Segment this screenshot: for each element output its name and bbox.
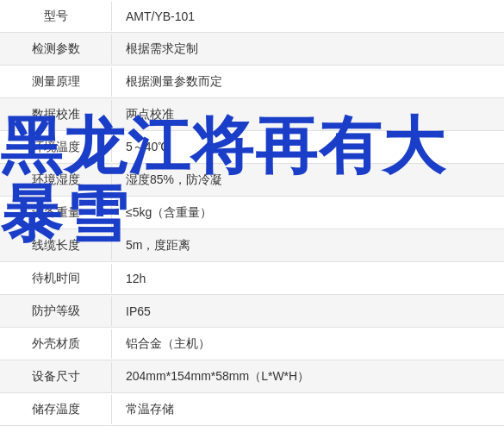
table-row: 设备尺寸204mm*154mm*58mm（L*W*H） xyxy=(0,360,504,393)
cell-value: ≤5kg（含重量） xyxy=(112,198,504,228)
table-row: 线缆长度5m，度距离 xyxy=(0,229,504,262)
cell-label: 储存温度 xyxy=(0,395,112,424)
table-row: 数据校准两点校准 xyxy=(0,98,504,131)
table-row: 设备重量≤5kg（含重量） xyxy=(0,197,504,229)
cell-value: 5～40℃ xyxy=(112,133,504,162)
cell-label: 测量原理 xyxy=(0,67,112,97)
cell-value: 12h xyxy=(112,265,504,292)
table-row: 环境温度5～40℃ xyxy=(0,131,504,164)
cell-value: 湿度85%，防冷凝 xyxy=(112,166,504,195)
cell-label: 线缆长度 xyxy=(0,231,112,260)
cell-label: 数据校准 xyxy=(0,100,112,129)
cell-value: 常温存储 xyxy=(112,395,504,424)
table-row: 测量原理根据测量参数而定 xyxy=(0,66,504,98)
cell-label: 设备尺寸 xyxy=(0,362,112,391)
cell-value: 根据测量参数而定 xyxy=(112,67,504,97)
table-row: 检测参数根据需求定制 xyxy=(0,33,504,66)
cell-value: 5m，度距离 xyxy=(112,231,504,260)
cell-value: 铝合金（主机） xyxy=(112,329,504,359)
cell-value: IP65 xyxy=(112,297,504,325)
cell-value: 204mm*154mm*58mm（L*W*H） xyxy=(112,362,504,391)
cell-label: 检测参数 xyxy=(0,34,112,64)
specs-table: 型号AMT/YB-101检测参数根据需求定制测量原理根据测量参数而定数据校准两点… xyxy=(0,0,504,426)
table-row: 环境湿度湿度85%，防冷凝 xyxy=(0,164,504,197)
table-row: 储存温度常温存储 xyxy=(0,393,504,426)
cell-label: 设备重量 xyxy=(0,198,112,228)
table-row: 待机时间12h xyxy=(0,262,504,295)
cell-value: 两点校准 xyxy=(112,100,504,129)
cell-value: AMT/YB-101 xyxy=(112,3,504,30)
cell-label: 外壳材质 xyxy=(0,329,112,359)
cell-value: 根据需求定制 xyxy=(112,34,504,64)
cell-label: 待机时间 xyxy=(0,264,112,293)
cell-label: 环境温度 xyxy=(0,133,112,162)
cell-label: 型号 xyxy=(0,2,112,31)
cell-label: 防护等级 xyxy=(0,297,112,326)
table-row: 外壳材质铝合金（主机） xyxy=(0,328,504,360)
table-row: 型号AMT/YB-101 xyxy=(0,0,504,33)
cell-label: 环境湿度 xyxy=(0,166,112,195)
table-row: 防护等级IP65 xyxy=(0,295,504,328)
